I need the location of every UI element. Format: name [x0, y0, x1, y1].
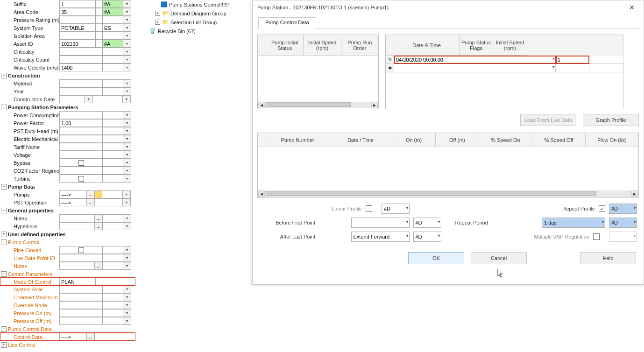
- tree-selection[interactable]: Selection List Group: [170, 20, 217, 25]
- asset-value[interactable]: 102130: [59, 40, 96, 48]
- after-last-point-flag[interactable]: #D▾: [413, 232, 441, 242]
- dropdown-icon[interactable]: ▾: [123, 293, 131, 301]
- tab-pump-control-data[interactable]: Pump Control Data: [258, 17, 316, 29]
- collapse-icon[interactable]: −: [1, 105, 7, 110]
- ok-button[interactable]: OK: [408, 252, 464, 264]
- dropdown-icon[interactable]: ▾: [123, 151, 131, 159]
- dropdown-icon[interactable]: ▾: [123, 40, 131, 48]
- dropdown-icon[interactable]: ▾: [406, 220, 408, 224]
- iso-flag[interactable]: [103, 32, 123, 40]
- wave-flag[interactable]: [103, 63, 123, 71]
- wave-value[interactable]: 1400: [59, 63, 103, 71]
- load-from-live-button[interactable]: Load From Live Data: [520, 114, 576, 126]
- dropdown-icon[interactable]: ▾: [438, 220, 440, 224]
- dropdown-icon[interactable]: ▾: [123, 214, 131, 222]
- dropdown-icon[interactable]: ▾: [123, 48, 131, 56]
- help-button[interactable]: Help: [580, 252, 636, 264]
- pump-initial-grid[interactable]: Pump Initial Status Initial Speed (rpm) …: [257, 35, 379, 109]
- collapse-icon[interactable]: −: [1, 239, 7, 245]
- dropdown-icon[interactable]: ▾: [123, 56, 131, 63]
- scroll-right-icon[interactable]: ▶: [631, 190, 638, 197]
- dropdown-icon[interactable]: ▾: [438, 234, 440, 238]
- collapse-icon[interactable]: −: [1, 184, 7, 190]
- date-time-cell[interactable]: 04/20/2020 00:00:00▾: [394, 56, 556, 64]
- after-last-point-select[interactable]: Extend Forward▾: [351, 232, 410, 242]
- dropdown-icon[interactable]: ▾: [123, 24, 131, 32]
- pump-status-flags-cell[interactable]: 1: [556, 56, 589, 64]
- linear-profile-checkbox[interactable]: [366, 205, 372, 212]
- dropdown-icon[interactable]: ▾: [123, 159, 131, 167]
- systype-value[interactable]: POTABLE: [59, 24, 96, 32]
- collapse-icon[interactable]: −: [1, 326, 7, 332]
- dropdown-icon[interactable]: ▾: [123, 135, 131, 143]
- expand-icon[interactable]: +: [155, 11, 160, 16]
- dropdown-icon[interactable]: ▾: [123, 222, 131, 230]
- graph-profile-button[interactable]: Graph Profile: [583, 114, 639, 126]
- dropdown-icon[interactable]: ▾: [123, 301, 131, 309]
- ellipsis-button[interactable]: ...: [95, 262, 103, 270]
- dropdown-icon[interactable]: ▾: [123, 127, 131, 135]
- crit-flag[interactable]: [103, 48, 123, 56]
- tree-demand[interactable]: Demand Diagram Group: [170, 11, 226, 16]
- dropdown-icon[interactable]: ▾: [123, 262, 131, 270]
- collapse-icon[interactable]: −: [1, 208, 7, 213]
- dropdown-icon[interactable]: ▾: [123, 32, 131, 40]
- suffix-flag[interactable]: #A: [103, 0, 123, 8]
- critc-flag[interactable]: [103, 56, 123, 63]
- dropdown-icon[interactable]: ▾: [123, 87, 131, 95]
- dropdown-icon[interactable]: ▾: [634, 220, 636, 224]
- mvsp-checkbox[interactable]: [593, 233, 600, 240]
- before-first-point-select[interactable]: ▾: [351, 218, 410, 228]
- asset-flag[interactable]: #A: [103, 40, 123, 48]
- tree-pump-stations[interactable]: Pump Stations Control!!!!!!: [169, 2, 229, 7]
- linear-profile-flag[interactable]: #D▾: [382, 204, 410, 214]
- close-button[interactable]: ✕: [625, 2, 639, 13]
- pump-profile-grid[interactable]: Pump Number Date / Time On (m) Off (m) %…: [257, 133, 639, 198]
- horizontal-scrollbar[interactable]: ◀ ▶: [258, 102, 378, 108]
- scroll-left-icon[interactable]: ◀: [258, 190, 265, 197]
- dropdown-icon[interactable]: ▾: [123, 175, 131, 183]
- dropdown-icon[interactable]: ▾: [123, 167, 131, 175]
- dropdown-icon[interactable]: ▾: [552, 65, 554, 69]
- critc-value[interactable]: [59, 56, 103, 63]
- dropdown-icon[interactable]: ▾: [123, 309, 131, 317]
- dropdown-icon[interactable]: ▾: [406, 206, 408, 210]
- ellipsis-button[interactable]: ...: [95, 214, 103, 222]
- crit-value[interactable]: [59, 48, 103, 56]
- dropdown-icon[interactable]: ▾: [123, 0, 131, 8]
- expand-icon[interactable]: +: [1, 342, 7, 348]
- dropdown-icon[interactable]: ▾: [123, 285, 131, 293]
- repeat-period-flag[interactable]: #D▾: [609, 218, 637, 228]
- dropdown-icon[interactable]: ▾: [123, 254, 131, 262]
- area-value[interactable]: 35: [59, 8, 96, 16]
- scroll-right-icon[interactable]: ▶: [371, 102, 378, 108]
- dropdown-icon[interactable]: ▾: [123, 8, 131, 16]
- mode-value[interactable]: PLAN: [59, 278, 96, 286]
- dropdown-icon[interactable]: ▾: [406, 234, 408, 238]
- dropdown-icon[interactable]: ▾: [123, 16, 131, 24]
- dropdown-icon[interactable]: ▾: [123, 119, 131, 127]
- dropdown-icon[interactable]: ▾: [552, 56, 554, 61]
- initial-speed-cell[interactable]: [589, 56, 623, 64]
- iso-value[interactable]: [59, 32, 96, 40]
- prate-value[interactable]: [59, 16, 96, 24]
- expand-icon[interactable]: +: [155, 20, 160, 25]
- cancel-button[interactable]: Cancel: [471, 252, 527, 264]
- dropdown-icon[interactable]: ▾: [123, 79, 131, 87]
- tree-recycle[interactable]: Recycle Bin (67): [158, 28, 196, 34]
- repeat-profile-flag[interactable]: #D▾: [609, 204, 637, 214]
- dropdown-icon[interactable]: ▾: [634, 206, 636, 210]
- prate-flag[interactable]: [103, 16, 123, 24]
- dropdown-icon[interactable]: ▾: [123, 143, 131, 151]
- repeat-profile-checkbox[interactable]: ✓: [599, 205, 605, 212]
- before-first-point-flag[interactable]: #D▾: [413, 218, 441, 228]
- dropdown-icon[interactable]: ▾: [123, 95, 131, 103]
- ellipsis-button[interactable]: ...: [95, 222, 103, 230]
- scroll-left-icon[interactable]: ◀: [258, 102, 265, 108]
- date-time-cell-new[interactable]: ▾: [394, 64, 556, 72]
- dropdown-icon[interactable]: ▾: [123, 317, 131, 325]
- expand-icon[interactable]: +: [1, 232, 7, 237]
- ellipsis-button[interactable]: ...: [87, 333, 95, 341]
- suffix-value[interactable]: 1: [59, 0, 96, 8]
- collapse-icon[interactable]: −: [1, 73, 7, 78]
